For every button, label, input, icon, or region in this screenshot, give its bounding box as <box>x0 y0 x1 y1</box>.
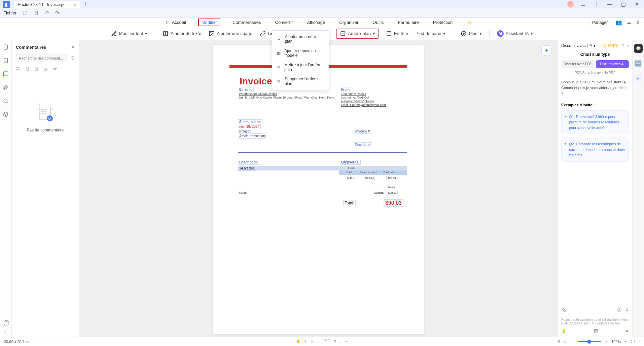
zoom-out-icon[interactable]: − <box>571 340 573 344</box>
background-button[interactable]: Arrière-plan ▾ <box>336 29 379 39</box>
notification-icon[interactable]: ▭ <box>578 1 587 8</box>
billed-to-label[interactable]: Billed to <box>238 87 254 92</box>
ai-tab-ai[interactable]: Discuter avec AI <box>596 60 629 68</box>
sum-ppw[interactable]: $0,014 <box>364 176 375 180</box>
single-page-icon[interactable]: ▯ <box>558 339 560 344</box>
zero-line[interactable]: $0,00 <box>387 185 396 189</box>
menu-formulaire[interactable]: Formulaire <box>396 18 421 26</box>
ai-assistant-button[interactable]: AI Assistant IA ▾ <box>497 30 533 37</box>
due-date-label[interactable]: Due date <box>354 142 371 147</box>
thumbnails-icon[interactable] <box>3 44 9 50</box>
ai-credits-badge[interactable]: ⚡ 99/100 <box>601 44 620 48</box>
close-icon[interactable]: × <box>627 43 629 48</box>
search-icon[interactable] <box>3 98 9 104</box>
attachment-icon[interactable] <box>3 84 9 90</box>
submitted-label[interactable]: Submitted on <box>238 119 262 124</box>
close-window-button[interactable]: ✕ <box>632 1 641 8</box>
add-image-button[interactable]: Ajouter une image <box>209 31 252 37</box>
grand-total-label[interactable]: Total: <box>343 200 356 206</box>
ai-send-button[interactable]: ➤ <box>625 329 629 333</box>
header-button[interactable]: En-tête <box>386 31 408 37</box>
sort-icon[interactable]: ⇅ <box>25 66 30 73</box>
kebab-menu-icon[interactable]: ⋮ <box>592 1 601 8</box>
cloud-icon[interactable]: ☁ <box>626 19 632 26</box>
dd-add-from-template[interactable]: ▦ Ajouter depuis un modèle <box>272 46 329 60</box>
fullscreen-icon[interactable]: ⛶ <box>631 340 635 344</box>
more-button[interactable]: Plus ▾ <box>461 31 481 37</box>
grand-total-value[interactable]: $90,03 <box>384 199 403 207</box>
sparkle-icon[interactable]: ✨ <box>465 18 474 26</box>
zoom-thumb[interactable] <box>587 340 591 344</box>
footer-button[interactable]: Pied de page ▾ <box>416 31 446 36</box>
file-menu[interactable]: Fichier <box>3 10 16 15</box>
dd-update-background[interactable]: ↻ Mettre à jour l'arrière-plan <box>272 60 329 74</box>
menu-modifier[interactable]: Modifier <box>198 18 220 26</box>
list-icon[interactable]: ☰ <box>16 66 21 73</box>
page-number-input[interactable] <box>322 339 330 344</box>
layers-icon[interactable] <box>3 111 9 117</box>
hand-tool-icon[interactable]: ✋ <box>296 339 301 344</box>
subtotal-label[interactable]: Subtotal <box>373 191 385 195</box>
ai-tab-pdf[interactable]: Discuter avec PDF <box>561 60 595 68</box>
menu-convertir[interactable]: Convertir <box>273 18 295 26</box>
subtotal-val[interactable]: $90,03 <box>387 191 398 195</box>
sum-qty[interactable]: 6,431 <box>346 176 355 180</box>
floating-ai-icon[interactable]: ✦ <box>541 45 551 55</box>
undo-icon[interactable]: ↶ <box>45 10 49 16</box>
menu-protection[interactable]: Protection <box>431 18 455 26</box>
filter-icon[interactable]: ⏷ <box>52 66 58 73</box>
project-label[interactable]: Project <box>238 129 252 134</box>
tab-close-icon[interactable]: × <box>73 2 76 7</box>
new-tab-button[interactable]: + <box>83 1 87 8</box>
notes-label[interactable]: Notes: <box>238 191 248 195</box>
tasks-icon[interactable]: ✓ <box>634 74 643 82</box>
save-icon[interactable] <box>23 10 28 15</box>
ai-history-icon[interactable]: 🕒 <box>617 307 622 312</box>
close-icon[interactable]: × <box>72 44 75 50</box>
qty-header[interactable]: Qty(Words) <box>340 160 361 165</box>
add-text-button[interactable]: Ajouter du texte <box>163 31 201 37</box>
menu-outils[interactable]: Outils <box>370 18 386 26</box>
upload-icon[interactable]: ⇪ <box>636 19 640 26</box>
project-value[interactable]: Article translation <box>238 133 266 139</box>
translate-icon[interactable]: 🔤 <box>634 59 643 68</box>
ai-settings-icon[interactable]: ⚙ <box>625 307 629 312</box>
comments-search-input[interactable] <box>16 54 68 62</box>
comments-tab-icon[interactable] <box>3 71 9 77</box>
collapse-icon[interactable]: ‹ <box>4 329 6 335</box>
ai-chat-icon[interactable]: 💬 <box>634 44 643 53</box>
chevron-down-icon[interactable]: ▾ <box>625 339 627 344</box>
invoice-num-label[interactable]: Invoice # <box>354 129 371 134</box>
ai-input-placeholder[interactable]: Posez toute question qui n'est pas liée … <box>561 314 629 325</box>
prev-page-icon[interactable]: ‹ <box>317 340 318 344</box>
user-avatar[interactable] <box>567 1 574 8</box>
menu-organiser[interactable]: Organiser <box>337 18 360 26</box>
menu-affichage[interactable]: Affichage <box>305 18 327 26</box>
zoom-in-icon[interactable]: + <box>605 340 607 344</box>
columns-icon[interactable]: ⊞ <box>43 66 48 73</box>
document-tab[interactable]: Facture-28-11 - Invoice.pdf × <box>14 1 80 8</box>
redo-icon[interactable]: ↷ <box>55 10 60 16</box>
bookmark-icon[interactable] <box>3 57 9 64</box>
menu-accueil[interactable]: Accueil <box>170 18 188 26</box>
people-icon[interactable]: 👥 <box>615 19 622 26</box>
help-icon[interactable]: ? <box>622 43 624 48</box>
ai-attach-icon[interactable]: 📎 <box>561 307 566 312</box>
print-icon[interactable] <box>34 10 39 15</box>
first-page-icon[interactable]: ⇤ <box>311 339 314 344</box>
submitted-date[interactable]: nov. 28, 2024 <box>238 124 261 129</box>
ai-panel-title[interactable]: Discuter avec l'IA ▾ <box>561 43 596 48</box>
ai-example-2[interactable]: Q2. Compare les techniques de narration … <box>561 138 629 162</box>
sort2-icon[interactable]: ⇵ <box>34 66 39 73</box>
collapse-right-icon[interactable]: › <box>639 340 640 344</box>
dd-add-background[interactable]: ＋ Ajouter un arrière-plan <box>272 32 329 46</box>
help-icon[interactable] <box>3 320 9 326</box>
row-qty[interactable]: 6,431 <box>347 166 356 170</box>
continuous-icon[interactable]: ▭ <box>564 339 567 344</box>
row-desc[interactable]: 14 articles <box>238 166 256 171</box>
ai-image-icon[interactable]: 🖼 <box>594 329 598 333</box>
sum-total[interactable]: $90,03 <box>386 176 397 180</box>
last-page-icon[interactable]: ⇥ <box>345 339 348 344</box>
menu-commentaires[interactable]: Commentaires <box>230 18 263 26</box>
invoice-title[interactable]: Invoice <box>238 76 274 87</box>
